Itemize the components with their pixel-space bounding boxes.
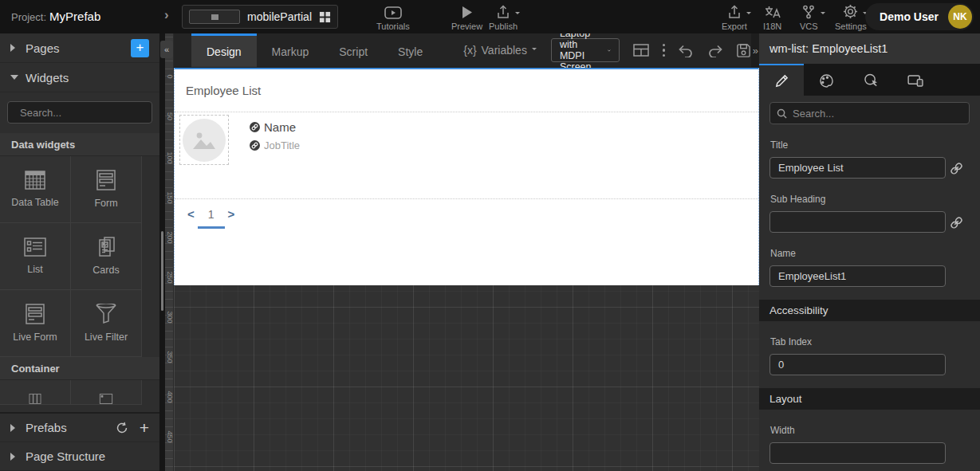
subheading-label: Sub Heading	[770, 194, 970, 205]
scrollbar-thumb[interactable]	[161, 231, 163, 311]
page-selector[interactable]: mobilePartial	[182, 5, 338, 29]
bind-title-button[interactable]	[950, 162, 963, 175]
redo-button[interactable]	[707, 44, 722, 57]
widget-form[interactable]: Form	[71, 156, 142, 223]
variables-dropdown[interactable]: {x} Variables	[463, 33, 537, 67]
expanded-arrow-icon	[10, 75, 18, 84]
save-button[interactable]	[736, 43, 751, 58]
export-icon	[727, 4, 742, 19]
refresh-icon[interactable]	[116, 422, 128, 434]
ruler-label: 50	[166, 112, 174, 121]
i18n-button[interactable]: I18N	[763, 4, 781, 31]
sidebar-item-prefabs[interactable]: Prefabs +	[0, 414, 159, 442]
ruler-label: 150	[166, 192, 174, 201]
name-field[interactable]	[769, 265, 946, 287]
list-title-widget[interactable]: Employee List	[186, 84, 261, 97]
tab-design[interactable]: Design	[191, 33, 257, 67]
gear-icon	[843, 4, 858, 19]
settings-button[interactable]: Settings	[835, 4, 867, 31]
ruler-label: 100	[166, 152, 174, 161]
avatar: NK	[948, 5, 972, 29]
title-label: Title	[770, 139, 970, 151]
publish-button[interactable]: Publish	[489, 4, 518, 31]
device-select[interactable]: Laptop with MDPI Screen	[551, 38, 620, 62]
list-item-name[interactable]: Name	[250, 120, 300, 134]
list-item-picture[interactable]	[179, 115, 229, 165]
subheading-field[interactable]	[769, 211, 946, 233]
list-pagination: < 1 >	[187, 207, 234, 221]
list-icon	[24, 237, 46, 257]
layout-split-button[interactable]	[633, 44, 649, 57]
list-widget[interactable]: Name JobTitle	[175, 112, 758, 199]
next-page-button[interactable]: >	[228, 207, 235, 221]
sidebar-item-widgets[interactable]: Widgets	[0, 63, 159, 92]
expand-panel-button[interactable]: »	[751, 33, 759, 67]
tab-script[interactable]: Script	[324, 33, 383, 67]
grid-icon[interactable]	[319, 11, 331, 23]
width-field[interactable]	[769, 442, 946, 464]
widget-search	[7, 101, 152, 124]
tutorials-button[interactable]: Tutorials	[376, 4, 410, 31]
left-sidebar: Pages + Widgets Data widgets Data Table	[0, 33, 159, 471]
tab-properties[interactable]	[759, 64, 804, 96]
width-label: Width	[770, 425, 970, 436]
ruler-label: 0	[166, 73, 174, 81]
add-page-button[interactable]: +	[131, 39, 149, 57]
selected-widget-title: wm-list: EmployeeList1	[759, 33, 980, 64]
container-grid	[0, 380, 159, 405]
list-item-jobtitle[interactable]: JobTitle	[250, 139, 300, 151]
publish-icon	[496, 4, 510, 19]
user-name: Demo User	[880, 10, 939, 23]
widget-live-filter[interactable]: Live Filter	[71, 290, 142, 357]
properties-search-input[interactable]	[793, 108, 962, 120]
widget-grid: Data Table Form List Cards	[0, 156, 159, 357]
preview-button[interactable]: Preview	[451, 4, 482, 31]
export-button[interactable]: Export	[722, 4, 747, 31]
tab-markup[interactable]: Markup	[257, 33, 325, 67]
image-placeholder-icon	[192, 130, 216, 151]
binding-link-icon	[250, 140, 260, 151]
chevron-down-icon	[608, 48, 611, 53]
widget-layout[interactable]	[0, 380, 71, 405]
pencil-icon	[775, 74, 789, 88]
live-filter-icon	[95, 304, 117, 324]
design-canvas[interactable]: Employee List Name	[174, 68, 759, 471]
collapse-sidebar-button[interactable]: «	[160, 41, 173, 58]
canvas-toolbar: Design Markup Script Style {x} Variables…	[174, 33, 759, 68]
widget-cards[interactable]: Cards	[71, 223, 142, 290]
widget-data-table[interactable]: Data Table	[0, 156, 71, 223]
bind-subheading-button[interactable]	[950, 216, 963, 230]
search-icon	[777, 108, 787, 119]
widget-panel[interactable]	[71, 380, 142, 405]
tab-devices[interactable]	[893, 64, 938, 96]
live-form-icon	[25, 304, 45, 324]
sidebar-item-page-structure[interactable]: Page Structure	[0, 442, 159, 471]
project-name: Project:MyPrefab	[11, 10, 100, 23]
sidebar-scrollbar[interactable]	[159, 33, 165, 471]
columns-icon	[23, 394, 47, 404]
sidebar-item-pages[interactable]: Pages +	[0, 33, 159, 63]
partial-page[interactable]: Employee List Name	[174, 68, 759, 285]
page-number[interactable]: 1	[205, 208, 218, 221]
tab-events[interactable]	[848, 64, 893, 96]
properties-panel: wm-list: EmployeeList1	[759, 33, 980, 471]
title-field[interactable]	[769, 157, 946, 179]
undo-button[interactable]	[679, 44, 694, 57]
widget-live-form[interactable]: Live Form	[0, 290, 71, 357]
tab-styles[interactable]	[804, 64, 848, 96]
name-label: Name	[770, 248, 970, 259]
page-selector-label: mobilePartial	[247, 10, 312, 23]
container-header: Container	[0, 357, 159, 380]
widget-list[interactable]: List	[0, 223, 71, 290]
tab-style[interactable]: Style	[383, 33, 438, 67]
vcs-icon	[801, 4, 816, 19]
vcs-button[interactable]: VCS	[800, 4, 818, 31]
collapsed-arrow-icon	[10, 424, 19, 432]
add-prefab-button[interactable]: +	[140, 418, 149, 438]
user-menu[interactable]: Demo User NK	[865, 3, 974, 30]
tabindex-field[interactable]	[769, 354, 946, 375]
previous-page-button[interactable]: <	[187, 207, 195, 221]
more-options-button[interactable]	[663, 44, 666, 57]
partial-page-icon	[189, 10, 240, 24]
widget-search-input[interactable]	[20, 107, 159, 119]
